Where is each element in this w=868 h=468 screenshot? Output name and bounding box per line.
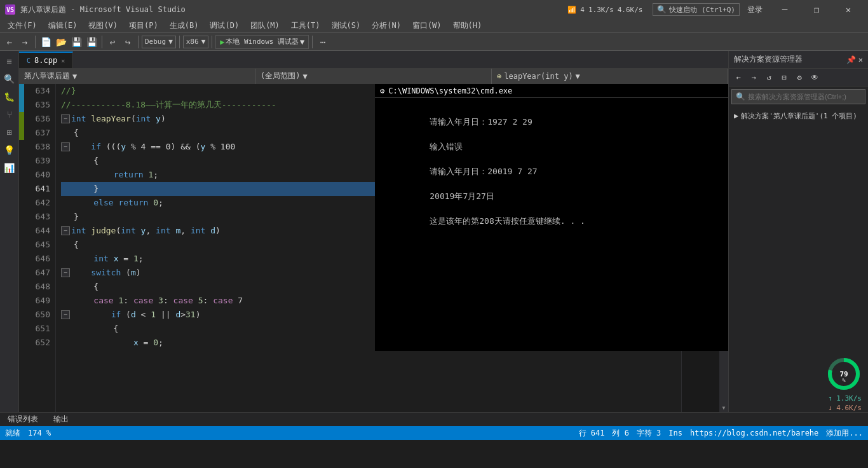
scope-func-dropdown[interactable]: ⊕ leapYear(int y) ▼ (492, 69, 728, 84)
cmd-title-icon: ⚙ (380, 86, 384, 95)
activity-debug[interactable]: 🐛 (2, 89, 17, 104)
scope-bar: 第八章课后题 ▼ (全局范围) ▼ ⊕ leapYear(int y) ▼ (19, 69, 728, 84)
scope-global-dropdown[interactable]: (全局范围) ▼ (255, 69, 492, 84)
line-num-645: 645 (29, 238, 50, 252)
scope-class-arrow: ▼ (72, 72, 77, 81)
gutter-cell (19, 112, 24, 126)
activity-hints[interactable]: 💡 (2, 142, 17, 158)
sol-collapse[interactable]: ⊟ (777, 71, 791, 85)
activity-explorer[interactable]: ≡ (2, 53, 17, 69)
close-button[interactable]: ✕ (834, 0, 863, 19)
sol-back[interactable]: ← (731, 71, 745, 85)
search-input[interactable] (748, 93, 861, 100)
gutter-cell (19, 280, 24, 294)
menu-debug[interactable]: 调试(D) (205, 19, 244, 33)
tab-8cpp[interactable]: C 8.cpp ✕ (19, 52, 73, 68)
menu-tools[interactable]: 工具(T) (286, 19, 325, 33)
activity-git[interactable]: ⑂ (2, 107, 17, 122)
line-num-652: 652 (29, 336, 50, 350)
cmd-line-4: 20019年7月27日 (430, 191, 494, 201)
sep5 (212, 36, 212, 48)
menu-file[interactable]: 文件(F) (3, 19, 42, 33)
scroll-down-arrow[interactable]: ▼ (719, 403, 728, 412)
sol-refresh[interactable]: ↺ (762, 71, 776, 85)
tab-bar: C 8.cpp ✕ (19, 51, 728, 69)
menu-build[interactable]: 生成(B) (165, 19, 204, 33)
config-arrow: ▼ (168, 38, 173, 46)
menu-analyze[interactable]: 分析(N) (367, 19, 406, 33)
menu-help[interactable]: 帮助(H) (448, 19, 487, 33)
save-btn[interactable]: 💾 (69, 35, 83, 49)
tab-close-icon[interactable]: ✕ (61, 57, 65, 64)
network-info: 📶 4 1.3K/s 4.6K/s (567, 6, 642, 14)
config-dropdown[interactable]: Debug ▼ (142, 36, 176, 48)
sep6 (312, 36, 313, 48)
gutter-cell (19, 266, 24, 280)
scope-class-dropdown[interactable]: 第八章课后题 ▼ (19, 69, 255, 84)
tab-output[interactable]: 输出 (51, 413, 71, 427)
line-num-641: 641 (29, 182, 50, 196)
panel-pin-icon[interactable]: 📌 (846, 55, 856, 64)
sep1 (35, 36, 36, 48)
network-badge: 4 (580, 6, 585, 14)
more-btn[interactable]: ⋯ (316, 35, 330, 49)
save-all-btn[interactable]: 💾 (85, 35, 98, 49)
fold-638[interactable]: − (61, 142, 70, 151)
vs-logo: VS (5, 4, 15, 15)
menu-project[interactable]: 项目(P) (124, 19, 163, 33)
redo-btn[interactable]: ↪ (121, 35, 135, 49)
scope-func-label: leapYear(int y) (504, 72, 573, 81)
back-btn[interactable]: ← (3, 35, 17, 49)
restore-button[interactable]: ❐ (802, 0, 831, 19)
quick-launch-box[interactable]: 🔍 快速启动 (Ctrl+Q) (653, 3, 740, 16)
line-num-650: 650 (29, 308, 50, 322)
status-link[interactable]: https://blog.csdn.net/barehe (690, 429, 818, 437)
menu-edit[interactable]: 编辑(E) (43, 19, 83, 33)
new-file-btn[interactable]: 📄 (39, 35, 53, 49)
fold-647[interactable]: − (61, 268, 70, 277)
menu-test[interactable]: 测试(S) (327, 19, 366, 33)
minimize-button[interactable]: ─ (770, 0, 799, 19)
download-speed: ↓ 4.6K/s (828, 404, 862, 412)
platform-dropdown[interactable]: x86 ▼ (183, 36, 209, 48)
run-button[interactable]: ▶ 本地 Windows 调试器 ▼ (215, 35, 309, 49)
status-zoom: 174 % (28, 429, 51, 437)
activity-perf[interactable]: 📊 (2, 160, 17, 176)
title-left: VS 第八章课后题 - Microsoft Visual Studio (5, 4, 186, 15)
gutter-cell (19, 154, 24, 168)
sol-forward[interactable]: → (747, 71, 761, 85)
code-editor[interactable]: 634 635 636 637 638 639 640 641 642 643 … (19, 84, 728, 412)
solution-root[interactable]: ▶ 解决方案'第八章课后题'(1 个项目) (731, 109, 865, 122)
menu-view[interactable]: 视图(V) (83, 19, 123, 33)
search-box[interactable]: 🔍 (731, 89, 865, 104)
open-btn[interactable]: 📂 (54, 35, 68, 49)
run-dropdown-icon: ▼ (300, 38, 304, 46)
line-num-643: 643 (29, 210, 50, 224)
right-panel: 解决方案资源管理器 📌 ✕ ← → ↺ ⊟ ⚙ 👁 🔍 ▶ 解决方案'第八章课后… (728, 51, 868, 412)
line-numbers: 634 635 636 637 638 639 640 641 642 643 … (24, 84, 56, 412)
forward-btn[interactable]: → (18, 35, 32, 49)
editor-area: C 8.cpp ✕ 第八章课后题 ▼ (全局范围) ▼ ⊕ leapYear(i… (19, 51, 728, 412)
fold-650[interactable]: − (61, 310, 70, 319)
activity-extensions[interactable]: ⊞ (2, 125, 17, 140)
search-icon: 🔍 (657, 5, 667, 14)
cmd-line-2: 输入错误 (430, 142, 463, 151)
sol-props[interactable]: ⚙ (792, 71, 806, 85)
sign-in-label[interactable]: 登录 (747, 4, 763, 15)
sol-preview[interactable]: 👁 (808, 71, 822, 85)
undo-btn[interactable]: ↩ (105, 35, 119, 49)
fold-644[interactable]: − (61, 226, 70, 235)
menu-window[interactable]: 窗口(W) (407, 19, 447, 33)
tab-errors[interactable]: 错误列表 (5, 413, 41, 427)
cmd-title-bar: ⚙ C:\WINDOWS\system32\cmd.exe (375, 84, 728, 98)
panel-close-icon[interactable]: ✕ (858, 55, 863, 64)
fold-636[interactable]: − (61, 114, 70, 123)
gutter (19, 84, 24, 412)
speed-info: ↑ 1.3K/s ↓ 4.6K/s (729, 394, 868, 412)
line-num-638: 638 (29, 140, 50, 154)
gutter-cell (19, 238, 24, 252)
menu-team[interactable]: 团队(M) (245, 19, 285, 33)
cmd-window[interactable]: ⚙ C:\WINDOWS\system32\cmd.exe 请输入年月日：192… (375, 84, 728, 351)
cmd-content: 请输入年月日：1927 2 29 输入错误 请输入年月日：20019 7 27 … (375, 98, 728, 351)
activity-search[interactable]: 🔍 (2, 71, 17, 86)
